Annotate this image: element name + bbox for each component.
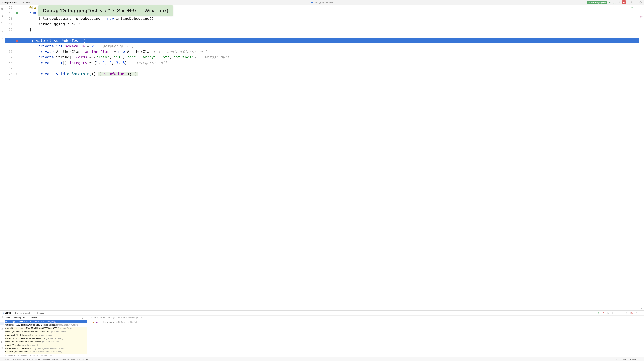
- terminal-tool-button[interactable]: [0, 334, 4, 337]
- breakpoint-icon[interactable]: [16, 39, 18, 42]
- code-line[interactable]: 73: [5, 77, 639, 82]
- debug-tool-button[interactable]: [0, 322, 4, 325]
- line-separator[interactable]: LF: [616, 358, 619, 360]
- line-number[interactable]: 65: [5, 43, 14, 49]
- gutter-icons[interactable]: [14, 39, 20, 42]
- line-number[interactable]: 59: [5, 10, 14, 16]
- structure-tool-button[interactable]: [0, 21, 4, 25]
- stack-frame[interactable]: :64, DebuggingTest$UnderTest (com.jetbra…: [0, 320, 87, 323]
- line-number[interactable]: 67: [5, 54, 14, 60]
- readonly-toggle-icon[interactable]: [640, 358, 642, 360]
- line-number[interactable]: 66: [5, 49, 14, 54]
- gutter-icons[interactable]: [14, 12, 20, 14]
- code-content[interactable]: InlineDebugging forDebugging = new Inlin…: [20, 16, 639, 21]
- project-selector[interactable]: intellij-samples: [1, 1, 20, 4]
- fold-icon[interactable]: ›: [16, 71, 18, 77]
- panel-options-button[interactable]: [634, 311, 638, 315]
- stack-frame[interactable]: shouldTriggerAnExceptionBreakpoint:48, D…: [0, 323, 87, 327]
- code-line[interactable]: 65 private int someValue = 2; someValue:…: [5, 43, 639, 49]
- search-everywhere-button[interactable]: [634, 0, 638, 4]
- run-config-selector[interactable]: DebuggingTest: [587, 0, 607, 4]
- resume-button[interactable]: [606, 311, 610, 315]
- code-content[interactable]: }: [20, 27, 639, 32]
- code-content[interactable]: private class UnderTest {: [20, 38, 639, 43]
- line-number[interactable]: 69: [5, 65, 14, 71]
- panel-minimize-button[interactable]: —: [639, 311, 643, 315]
- code-line[interactable]: 69: [5, 65, 639, 71]
- chevron-down-icon[interactable]: [84, 317, 86, 318]
- gutter-icons[interactable]: ›: [14, 71, 20, 77]
- stack-frame[interactable]: invokeExact_MT:-1, Invokers$Holder (java…: [0, 333, 87, 337]
- notifications-button[interactable]: [640, 7, 644, 11]
- filter-icon[interactable]: [81, 317, 84, 319]
- stack-frame[interactable]: invokeImpl:154, DirectMethodHandleAccess…: [0, 337, 87, 340]
- stack-frame[interactable]: invoke:104, DirectMethodHandleAccessor (…: [0, 340, 87, 344]
- line-number[interactable]: 58: [5, 5, 14, 10]
- chevron-down-icon[interactable]: [641, 317, 643, 318]
- step-into-button[interactable]: [620, 311, 624, 315]
- maven-tool-icon[interactable]: m: [640, 15, 642, 18]
- code-content[interactable]: private AnotherClass anotherClass = new …: [20, 49, 639, 54]
- indent-setting[interactable]: 4 spaces: [630, 358, 637, 360]
- tab-threads-variables[interactable]: Threads & Variables: [14, 311, 34, 315]
- close-hint-button[interactable]: ×: [84, 355, 85, 357]
- code-with-me-button[interactable]: [629, 0, 633, 4]
- project-tool-button[interactable]: [0, 7, 4, 11]
- stack-frame[interactable]: invoke:577, Method (java.lang.reflect): [0, 344, 87, 347]
- expand-icon[interactable]: ▸: [90, 321, 92, 323]
- code-line[interactable]: 70› private void doSomething() { someVal…: [5, 71, 639, 77]
- step-over-button[interactable]: [616, 311, 619, 315]
- evaluate-expression-input[interactable]: Evaluate expression (⏎) or add a watch (…: [87, 316, 644, 320]
- commit-tool-button[interactable]: [0, 14, 4, 18]
- code-line[interactable]: 62 }: [5, 27, 639, 32]
- more-tools-button[interactable]: [0, 36, 4, 40]
- bookmarks-tool-button[interactable]: [0, 29, 4, 33]
- pause-button[interactable]: [611, 311, 614, 315]
- rerun-button[interactable]: [597, 311, 600, 315]
- line-number[interactable]: 63: [5, 32, 14, 38]
- panel-layout-button[interactable]: [629, 311, 633, 315]
- more-actions-button[interactable]: [617, 0, 621, 4]
- variable-row[interactable]: ▸ ≡ this = {DebuggingTest$UnderTest@1873…: [88, 321, 643, 324]
- code-line[interactable]: 63: [5, 32, 639, 38]
- line-number[interactable]: 61: [5, 21, 14, 27]
- maven-m-icon[interactable]: m: [640, 306, 644, 310]
- code-content[interactable]: private String[] words = {"This", "is", …: [20, 54, 639, 60]
- line-number[interactable]: 70: [5, 71, 14, 77]
- stack-frame[interactable]: invoke:-1, LambdaForm$MH/0x0000000800ca4…: [0, 330, 87, 333]
- code-line[interactable]: 61 forDebugging.run();: [5, 21, 639, 27]
- editor-content[interactable]: 58 @Te59 public void shouldRunUsingADiff…: [5, 5, 639, 310]
- git-tool-button[interactable]: [0, 353, 4, 356]
- debug-button[interactable]: [612, 0, 616, 4]
- frames-list[interactable]: :64, DebuggingTest$UnderTest (com.jetbra…: [0, 320, 87, 354]
- stack-frame[interactable]: proceed:60, MethodInvocation (org.junit.…: [0, 350, 87, 354]
- line-number[interactable]: 73: [5, 77, 14, 82]
- run-tool-button[interactable]: [0, 340, 4, 344]
- editor-tab[interactable]: DebuggingTest.java: [311, 1, 333, 3]
- stack-frame[interactable]: invokeMethod:727, ReflectionUtils (org.j…: [0, 347, 87, 350]
- code-line[interactable]: 60 InlineDebugging forDebugging = new In…: [5, 16, 639, 21]
- problems-tool-button[interactable]: [0, 347, 4, 350]
- add-watch-icon[interactable]: [638, 317, 640, 319]
- code-line[interactable]: 66 private AnotherClass anotherClass = n…: [5, 49, 639, 54]
- thread-selector[interactable]: "main"@1 in group "main": RUNNING: [0, 316, 87, 320]
- code-content[interactable]: private int someValue = 2; someValue: 0 …: [20, 43, 639, 49]
- run-button[interactable]: [608, 0, 612, 4]
- variables-tree[interactable]: ▸ ≡ this = {DebuggingTest$UnderTest@1873…: [87, 320, 644, 357]
- file-encoding[interactable]: UTF-8: [622, 358, 627, 360]
- line-number[interactable]: 68: [5, 60, 14, 65]
- code-content[interactable]: private void doSomething() { someValue++…: [20, 71, 639, 77]
- code-content[interactable]: forDebugging.run();: [20, 21, 639, 27]
- stop-button[interactable]: [622, 0, 626, 4]
- find-tool-button[interactable]: [0, 316, 4, 319]
- close-icon[interactable]: ×: [642, 16, 644, 18]
- panel-close-button[interactable]: ×: [624, 311, 628, 315]
- vcs-branch-selector[interactable]: main: [21, 1, 33, 4]
- code-line[interactable]: 68 private int[] integers = {1, 1, 2, 3,…: [5, 60, 639, 65]
- tab-console[interactable]: Console: [36, 311, 45, 315]
- stack-frame[interactable]: invokeVirtual:-1, LambdaForm$DMH/0x00000…: [0, 327, 87, 330]
- line-number[interactable]: 62: [5, 27, 14, 32]
- code-line[interactable]: 67 private String[] words = {"This", "is…: [5, 54, 639, 60]
- line-number[interactable]: 60: [5, 16, 14, 21]
- run-gutter-icon[interactable]: [16, 12, 18, 14]
